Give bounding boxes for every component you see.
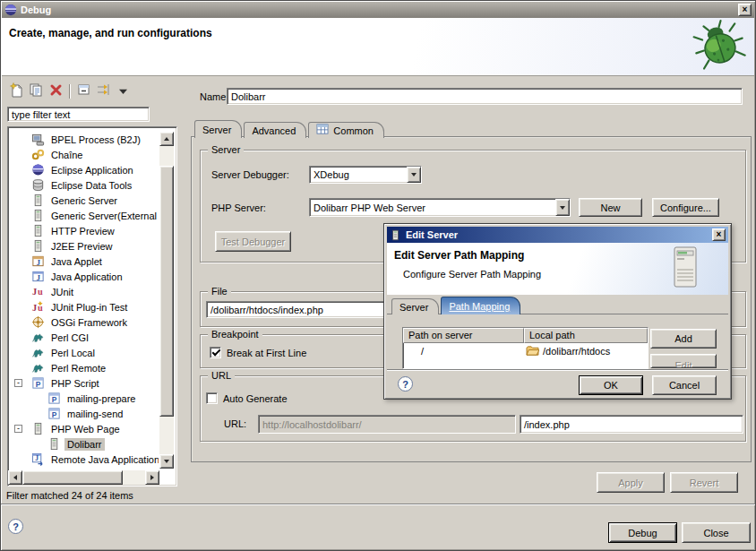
server-debugger-value: XDebug: [314, 169, 407, 180]
tree-item-php-script[interactable]: -PPHP Script: [9, 375, 159, 391]
tree-item-http-preview[interactable]: HTTP Preview: [9, 223, 159, 238]
tree-horizontal-scrollbar[interactable]: [8, 470, 159, 485]
scroll-up-button[interactable]: [159, 132, 174, 146]
filter-input[interactable]: type filter text: [7, 107, 150, 122]
tree-item-java-application[interactable]: JJava Application: [9, 269, 159, 284]
tree-item-eclipse-data-tools[interactable]: Eclipse Data Tools: [9, 177, 159, 193]
svg-text:J: J: [32, 303, 37, 313]
cancel-button[interactable]: Cancel: [652, 375, 717, 395]
break-first-line-checkbox[interactable]: [210, 347, 221, 358]
tree-vertical-scrollbar[interactable]: [159, 132, 174, 469]
table-row[interactable]: //dolibarr/htdocs: [403, 343, 648, 358]
window-title: Debug: [21, 4, 738, 15]
dropdown-button[interactable]: [555, 199, 570, 216]
debug-button[interactable]: Debug: [608, 522, 677, 543]
php-server-select[interactable]: Dolibarr PHP Web Server: [309, 198, 571, 217]
svg-text:J: J: [35, 454, 39, 462]
tree-item-cha-ne[interactable]: Chaîne: [9, 147, 159, 162]
tree-item-label: mailing-prepare: [64, 392, 138, 405]
filter-button[interactable]: [93, 82, 113, 100]
window-titlebar[interactable]: Debug ×: [2, 2, 754, 18]
tree-item-java-applet[interactable]: JJava Applet: [9, 254, 159, 269]
window-close-button[interactable]: ×: [738, 4, 752, 16]
tree-item-junit[interactable]: JuJUnit: [9, 284, 159, 299]
duplicate-button[interactable]: [26, 82, 46, 100]
tree-item-label: Remote Java Application: [48, 453, 159, 466]
vertical-scroll-thumb[interactable]: [159, 166, 174, 417]
edit-mapping-button: Edit: [650, 354, 717, 368]
svg-text:P: P: [52, 410, 57, 419]
path-mapping-table[interactable]: Path on serverLocal path //dolibarr/htdo…: [402, 327, 649, 369]
tree-item-label: Generic Server(External La: [48, 210, 159, 222]
tree-item-label: HTTP Preview: [48, 225, 117, 237]
tree-item-label: PHP Web Page: [48, 423, 123, 435]
dialog-help-button[interactable]: ?: [398, 376, 413, 392]
name-input[interactable]: Dolibarr: [227, 88, 743, 105]
tab-path-mapping[interactable]: Path Mapping: [441, 297, 520, 314]
filter-icon: [96, 82, 111, 99]
tree-item-junit-plug-in-test[interactable]: JuJUnit Plug-in Test: [9, 299, 159, 314]
tree-item-dolibarr[interactable]: Dolibarr: [9, 436, 159, 452]
tab-common[interactable]: Common: [308, 122, 384, 138]
breakpoint-group-legend: Breakpoint: [208, 329, 262, 340]
collapse-toggle-icon[interactable]: -: [14, 379, 22, 387]
toolbar-menu-button[interactable]: [113, 82, 133, 100]
help-button[interactable]: ?: [8, 519, 23, 534]
local-path-text: /dolibarr/htdocs: [543, 346, 610, 357]
path-on-server-cell: /: [403, 346, 524, 357]
tree-item-mailing-prepare[interactable]: Pmailing-prepare: [9, 391, 159, 406]
tree-item-perl-cgi[interactable]: Perl CGI: [9, 330, 159, 345]
tree-item-perl-local[interactable]: Perl Local: [9, 345, 159, 360]
scroll-down-button[interactable]: [159, 454, 174, 469]
name-label: Name:: [200, 91, 228, 102]
server-debugger-select[interactable]: XDebug: [309, 166, 422, 184]
server-icon: [31, 209, 45, 222]
svg-text:P: P: [36, 380, 41, 389]
tree-item-mailing-send[interactable]: Pmailing-send: [9, 406, 159, 421]
table-header-row: Path on serverLocal path: [403, 328, 648, 343]
tab-label: Path Mapping: [449, 301, 510, 312]
tree-item-generic-server-external-la[interactable]: Generic Server(External La: [9, 208, 159, 223]
close-button[interactable]: Close: [682, 522, 751, 543]
configure-server-button[interactable]: Configure...: [652, 198, 719, 217]
new-server-button[interactable]: New: [579, 198, 642, 217]
auto-generate-checkbox[interactable]: [206, 392, 218, 404]
tab-advanced[interactable]: Advanced: [244, 122, 306, 138]
php-web-icon: [31, 422, 45, 435]
edit-server-tabs: ServerPath Mapping: [391, 296, 522, 314]
scroll-left-button[interactable]: [8, 470, 22, 485]
tree-item-remote-java-application[interactable]: JRemote Java Application: [9, 452, 159, 467]
url-path-input[interactable]: /index.php: [520, 415, 743, 434]
column-header-path-on-server[interactable]: Path on server: [403, 328, 524, 343]
tree-item-osgi-framework[interactable]: OSGi Framework: [9, 314, 159, 330]
server-icon: [31, 239, 45, 253]
edit-server-header-subtitle: Configure Server Path Mapping: [403, 269, 541, 280]
php-file-icon: P: [47, 392, 61, 405]
configuration-tabs: ServerAdvancedCommon: [194, 120, 386, 138]
tree-item-label: Perl Local: [48, 347, 98, 359]
tree-item-perl-remote[interactable]: Perl Remote: [9, 360, 159, 375]
horizontal-scroll-thumb[interactable]: [22, 470, 123, 485]
tree-item-php-web-page[interactable]: -PHP Web Page: [9, 421, 159, 436]
collapse-toggle-icon[interactable]: -: [14, 425, 22, 433]
add-mapping-button[interactable]: Add: [650, 329, 717, 349]
delete-button[interactable]: [46, 82, 65, 100]
edit-server-titlebar[interactable]: Edit Server ×: [387, 227, 728, 243]
server-small-icon: [390, 229, 401, 241]
ok-button[interactable]: OK: [579, 375, 643, 395]
configurations-toolbar: [6, 82, 133, 100]
column-header-local-path[interactable]: Local path: [524, 328, 648, 343]
tree-item-eclipse-application[interactable]: Eclipse Application: [9, 162, 159, 177]
tree-item-generic-server[interactable]: Generic Server: [9, 193, 159, 208]
scroll-right-button[interactable]: [145, 470, 159, 485]
dropdown-button[interactable]: [407, 167, 421, 183]
new-config-button[interactable]: [6, 82, 26, 100]
tab-server[interactable]: Server: [391, 298, 439, 314]
tab-server[interactable]: Server: [194, 120, 242, 138]
collapse-all-button[interactable]: [73, 82, 93, 100]
base-url-value: http://localhostdolibarr/: [262, 419, 362, 430]
tree-item-j2ee-preview[interactable]: J2EE Preview: [9, 238, 159, 254]
edit-server-close-button[interactable]: ×: [712, 228, 726, 241]
break-first-line-label: Break at First Line: [227, 348, 306, 358]
tree-item-bpel-process-b2j[interactable]: BPEL Process (B2J): [9, 132, 159, 147]
